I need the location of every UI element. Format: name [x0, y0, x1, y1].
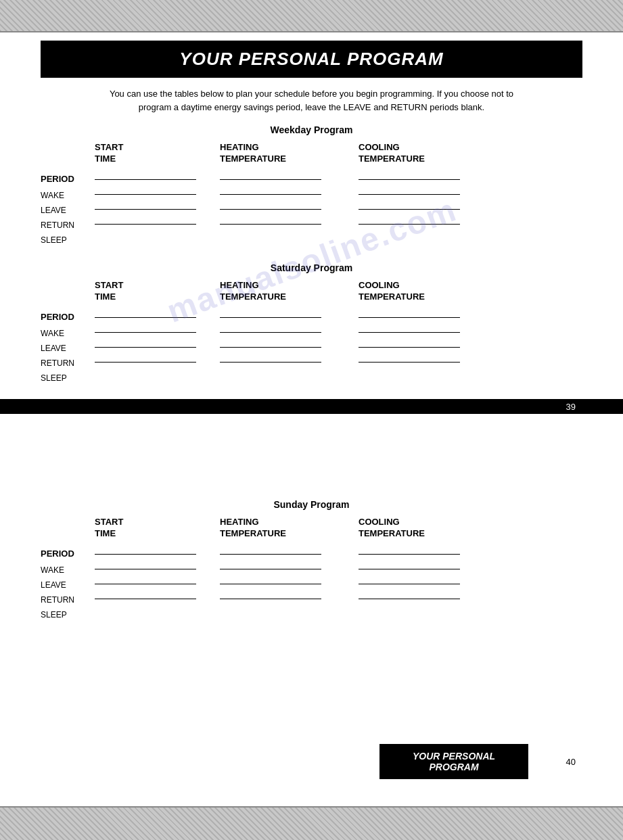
saturday-period-header: PERIOD — [41, 300, 95, 325]
sunday-cool-return-input[interactable] — [359, 571, 460, 584]
top-texture-band — [0, 0, 623, 32]
weekday-period-col: PERIOD WAKE LEAVE RETURN SLEEP — [41, 142, 95, 248]
weekday-heat-sleep-row — [220, 211, 352, 226]
saturday-start-time-col: START TIME — [95, 280, 213, 386]
sunday-cool-wake-input[interactable] — [359, 541, 460, 555]
weekday-period-wake: WAKE — [41, 188, 95, 203]
page-39-inner: You can use the tables below to plan you… — [0, 87, 623, 399]
weekday-heat-wake-row — [220, 166, 352, 181]
sunday-period-header: PERIOD — [41, 537, 95, 561]
weekday-start-return-input[interactable] — [95, 196, 196, 210]
weekday-cool-return-row — [359, 196, 582, 211]
saturday-table: PERIOD WAKE LEAVE RETURN SLEEP START TIM… — [41, 280, 582, 386]
saturday-heat-wake-input[interactable] — [220, 304, 321, 318]
saturday-cool-wake-input[interactable] — [359, 304, 460, 318]
bottom-texture-band — [0, 806, 623, 840]
saturday-cool-leave-input[interactable] — [359, 319, 460, 333]
sunday-period-return: RETURN — [41, 592, 95, 607]
sunday-start-wake-input[interactable] — [95, 541, 196, 555]
weekday-start-sleep-row — [95, 211, 213, 226]
weekday-start-time-header: START TIME — [95, 142, 213, 166]
footer-label-2: PROGRAM — [413, 762, 495, 772]
sunday-section-title: Sunday Program — [41, 499, 582, 510]
saturday-heat-leave-input[interactable] — [220, 319, 321, 333]
sunday-cool-leave-input[interactable] — [359, 556, 460, 569]
weekday-cool-wake-row — [359, 166, 582, 181]
weekday-cool-sleep-input[interactable] — [359, 211, 460, 225]
weekday-cooling-col: COOLING TEMPERATURE — [359, 142, 582, 248]
saturday-period-return: RETURN — [41, 356, 95, 371]
page-number-39: 39 — [566, 402, 576, 412]
weekday-period-rows: WAKE LEAVE RETURN SLEEP — [41, 188, 95, 248]
page-number-40: 40 — [566, 757, 576, 767]
weekday-period-return: RETURN — [41, 218, 95, 233]
page-divider-39: 39 — [0, 399, 623, 414]
weekday-start-sleep-input[interactable] — [95, 211, 196, 225]
main-title-bar: YOUR PERSONAL PROGRAM — [41, 41, 582, 78]
weekday-heat-wake-input[interactable] — [220, 166, 321, 180]
saturday-start-leave-input[interactable] — [95, 319, 196, 333]
sunday-heating-col: HEATING TEMPERATURE — [220, 517, 352, 622]
weekday-heat-leave-row — [220, 181, 352, 196]
saturday-heat-return-input[interactable] — [220, 334, 321, 348]
weekday-heat-leave-input[interactable] — [220, 181, 321, 195]
sunday-heat-leave-input[interactable] — [220, 556, 321, 569]
saturday-cooling-col: COOLING TEMPERATURE — [359, 280, 582, 386]
sunday-start-time-header: START TIME — [95, 517, 213, 541]
footer-bar-text: YOUR PERSONAL PROGRAM — [413, 751, 495, 772]
footer-label-1: YOUR PERSONAL — [413, 751, 495, 762]
page-40-inner: Sunday Program PERIOD WAKE LEAVE RETURN … — [0, 499, 623, 806]
saturday-start-return-input[interactable] — [95, 334, 196, 348]
page-40: Sunday Program PERIOD WAKE LEAVE RETURN … — [0, 488, 623, 806]
weekday-cool-return-input[interactable] — [359, 196, 460, 210]
page-wrapper: manualsoline.com YOUR PERSONAL PROGRAM Y… — [0, 0, 623, 840]
weekday-start-leave-row — [95, 181, 213, 196]
sunday-heat-wake-input[interactable] — [220, 541, 321, 555]
saturday-start-wake-input[interactable] — [95, 304, 196, 318]
weekday-start-wake-row — [95, 166, 213, 181]
sunday-start-sleep-input[interactable] — [95, 586, 196, 599]
saturday-period-wake: WAKE — [41, 326, 95, 341]
saturday-cool-return-input[interactable] — [359, 334, 460, 348]
sunday-heat-return-input[interactable] — [220, 571, 321, 584]
sunday-period-rows: WAKE LEAVE RETURN SLEEP — [41, 563, 95, 622]
weekday-cool-wake-input[interactable] — [359, 166, 460, 180]
saturday-heat-sleep-input[interactable] — [220, 349, 321, 363]
weekday-period-header: PERIOD — [41, 162, 95, 187]
saturday-cool-sleep-input[interactable] — [359, 349, 460, 363]
saturday-start-time-header: START TIME — [95, 280, 213, 304]
weekday-start-wake-input[interactable] — [95, 166, 196, 180]
weekday-cool-leave-row — [359, 181, 582, 196]
sunday-table: PERIOD WAKE LEAVE RETURN SLEEP START TIM… — [41, 517, 582, 622]
saturday-period-leave: LEAVE — [41, 341, 95, 356]
saturday-start-sleep-input[interactable] — [95, 349, 196, 363]
weekday-section-title: Weekday Program — [41, 124, 582, 135]
weekday-table: PERIOD WAKE LEAVE RETURN SLEEP START TIM… — [41, 142, 582, 248]
weekday-heat-return-row — [220, 196, 352, 211]
saturday-heating-header: HEATING TEMPERATURE — [220, 280, 352, 304]
saturday-period-rows: WAKE LEAVE RETURN SLEEP — [41, 326, 95, 386]
weekday-start-time-col: START TIME — [95, 142, 213, 248]
sunday-period-wake: WAKE — [41, 563, 95, 578]
sunday-start-time-col: START TIME — [95, 517, 213, 622]
sunday-period-col: PERIOD WAKE LEAVE RETURN SLEEP — [41, 517, 95, 622]
sunday-start-return-input[interactable] — [95, 571, 196, 584]
sunday-cool-sleep-input[interactable] — [359, 586, 460, 599]
weekday-heat-return-input[interactable] — [220, 196, 321, 210]
weekday-cool-leave-input[interactable] — [359, 181, 460, 195]
saturday-cooling-header: COOLING TEMPERATURE — [359, 280, 582, 304]
footer-bar: YOUR PERSONAL PROGRAM — [379, 744, 528, 779]
weekday-cooling-header: COOLING TEMPERATURE — [359, 142, 582, 166]
sunday-start-leave-input[interactable] — [95, 556, 196, 569]
weekday-period-leave: LEAVE — [41, 203, 95, 218]
weekday-heat-sleep-input[interactable] — [220, 211, 321, 225]
saturday-period-col: PERIOD WAKE LEAVE RETURN SLEEP — [41, 280, 95, 386]
weekday-heating-header: HEATING TEMPERATURE — [220, 142, 352, 166]
sunday-heat-sleep-input[interactable] — [220, 586, 321, 599]
footer-row: YOUR PERSONAL PROGRAM 40 — [41, 744, 582, 779]
page-39: manualsoline.com YOUR PERSONAL PROGRAM Y… — [0, 32, 623, 488]
weekday-period-sleep: SLEEP — [41, 233, 95, 248]
saturday-section-title: Saturday Program — [41, 262, 582, 273]
page-number-40-container: 40 — [528, 757, 582, 767]
weekday-start-leave-input[interactable] — [95, 181, 196, 195]
